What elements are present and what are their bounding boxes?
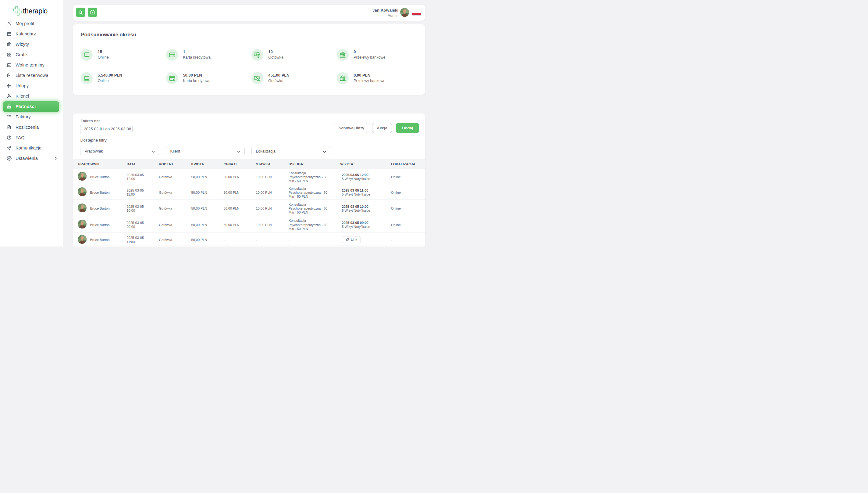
svg-text:$: $ [258, 54, 259, 57]
svg-text:$: $ [258, 78, 259, 81]
